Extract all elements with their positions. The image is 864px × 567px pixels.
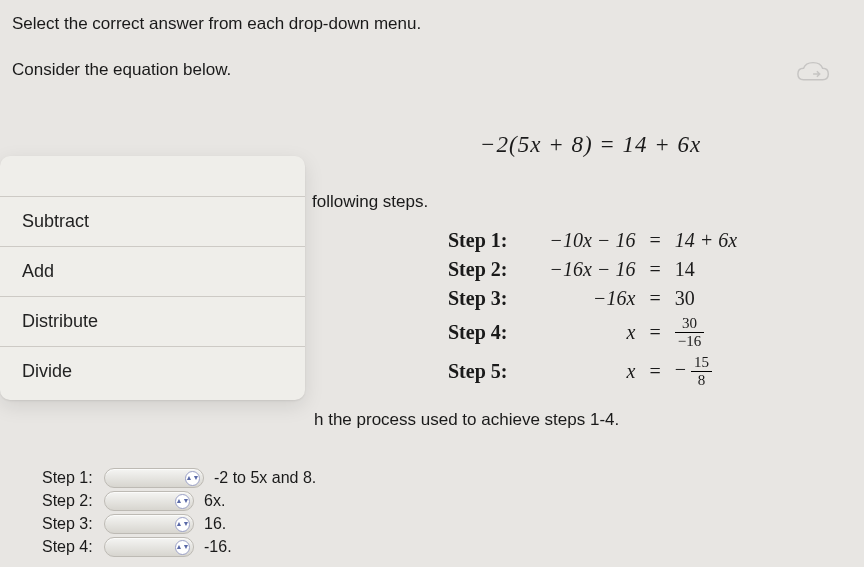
process-text: h the process used to achieve steps 1-4. — [314, 410, 619, 430]
dropdown-step1[interactable]: ▲▼ — [104, 468, 204, 488]
dropdown-option-distribute[interactable]: Distribute — [0, 296, 305, 346]
answer-label: Step 1: — [42, 469, 104, 487]
answer-row: Step 2: ▲▼ 6x. — [42, 491, 316, 511]
answer-suffix: -2 to 5x and 8. — [214, 469, 316, 487]
following-steps-text: following steps. — [312, 192, 428, 212]
dropdown-step4[interactable]: ▲▼ — [104, 537, 194, 557]
answer-label: Step 3: — [42, 515, 104, 533]
chevron-updown-icon: ▲▼ — [185, 471, 200, 486]
step-row: Step 4: x = 30 −16 — [442, 314, 743, 351]
dropdown-option-divide[interactable]: Divide — [0, 346, 305, 400]
dropdown-option-add[interactable]: Add — [0, 246, 305, 296]
answer-label: Step 2: — [42, 492, 104, 510]
chevron-updown-icon: ▲▼ — [175, 494, 190, 509]
answer-label: Step 4: — [42, 538, 104, 556]
step-row: Step 3: −16x = 30 — [442, 285, 743, 312]
redo-icon[interactable] — [796, 60, 834, 88]
answer-suffix: 16. — [204, 515, 226, 533]
step-row: Step 2: −16x − 16 = 14 — [442, 256, 743, 283]
answer-row: Step 1: ▲▼ -2 to 5x and 8. — [42, 468, 316, 488]
step-row: Step 5: x = − 15 8 — [442, 353, 743, 390]
step-row: Step 1: −10x − 16 = 14 + 6x — [442, 227, 743, 254]
instruction-text: Select the correct answer from each drop… — [12, 14, 844, 34]
answer-suffix: 6x. — [204, 492, 225, 510]
answer-suffix: -16. — [204, 538, 232, 556]
dropdown-step3[interactable]: ▲▼ — [104, 514, 194, 534]
main-equation: −2(5x + 8) = 14 + 6x — [480, 132, 701, 158]
chevron-updown-icon: ▲▼ — [175, 540, 190, 555]
worked-steps: Step 1: −10x − 16 = 14 + 6x Step 2: −16x… — [440, 225, 745, 392]
consider-text: Consider the equation below. — [12, 60, 844, 80]
dropdown-option-subtract[interactable]: Subtract — [0, 196, 305, 246]
answer-row: Step 4: ▲▼ -16. — [42, 537, 316, 557]
chevron-updown-icon: ▲▼ — [175, 517, 190, 532]
answer-dropdowns: Step 1: ▲▼ -2 to 5x and 8. Step 2: ▲▼ 6x… — [42, 468, 316, 560]
answer-row: Step 3: ▲▼ 16. — [42, 514, 316, 534]
dropdown-step2[interactable]: ▲▼ — [104, 491, 194, 511]
dropdown-menu[interactable]: Subtract Add Distribute Divide — [0, 156, 305, 400]
fraction: 30 −16 — [675, 316, 704, 349]
fraction: 15 8 — [691, 355, 712, 388]
